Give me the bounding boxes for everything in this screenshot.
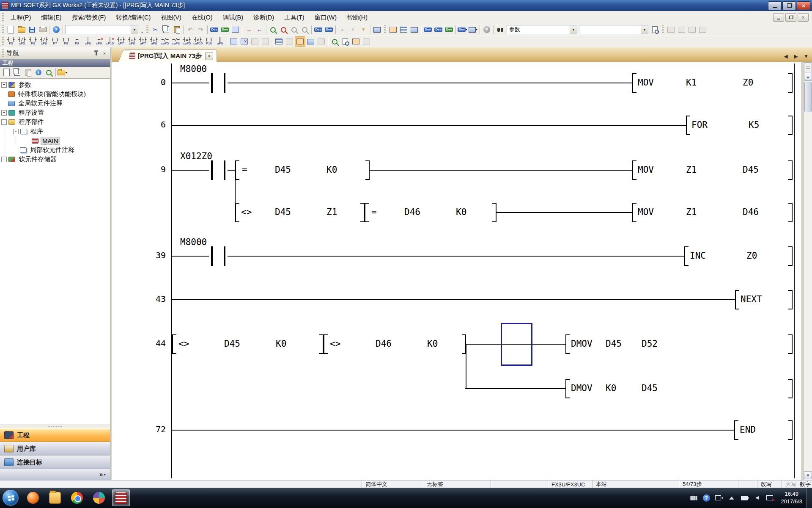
device-batch-monitor-2[interactable]: Dev (433, 25, 444, 35)
ladder-editor-canvas[interactable]: 0M8000MOVK1Z06FORK59X012Z0=D45K0MOVZ1D45… (112, 62, 801, 480)
taskbar-app-gxworks2[interactable] (112, 489, 130, 506)
ladder-symbol-sF7-button[interactable]: ┤↑├sF7 (115, 36, 126, 47)
child-minimize-button[interactable] (773, 13, 784, 22)
menu-item-3[interactable]: 转换/编译(C) (111, 12, 156, 23)
taskbar-app-browser[interactable] (24, 489, 42, 506)
paste-button[interactable] (171, 25, 182, 35)
child-close-button[interactable]: × (798, 13, 809, 22)
tree-item-parameter[interactable]: +参数 (0, 80, 110, 89)
comment-display-button[interactable] (398, 25, 409, 35)
program-verify-button[interactable] (230, 25, 241, 35)
ladder-symbol-aF8-button[interactable]: ┤↓├aF8 (148, 36, 159, 47)
undo-button[interactable]: ↶ (185, 25, 195, 35)
tree-expander-icon[interactable]: + (1, 82, 7, 88)
nav-property-button[interactable]: i (33, 67, 44, 77)
menu-item-1[interactable]: 编辑(E) (36, 12, 66, 23)
jump-down-button[interactable]: ▼ (348, 25, 358, 35)
bookmark-jump-button[interactable]: ▼ (358, 25, 369, 35)
nav-close-icon[interactable]: × (101, 50, 108, 56)
toolbar-overflow-icon[interactable]: ▾ (140, 25, 145, 34)
ladder-symbol-sF9-button[interactable]: │sF9 (82, 36, 93, 47)
menu-item-2[interactable]: 搜索/替换(F) (67, 12, 111, 23)
zoom-disabled-2[interactable] (299, 25, 310, 35)
tree-expander-icon[interactable]: - (1, 119, 7, 125)
nav-copy-button[interactable] (12, 67, 22, 77)
tab-scroll-left-icon[interactable]: ◀ (782, 53, 789, 59)
copy-button[interactable] (161, 25, 171, 35)
zoom-in-button[interactable] (268, 25, 278, 35)
find-next-button[interactable]: → (244, 25, 254, 35)
tree-item-local-device-comment[interactable]: 局部软元件注释 (0, 145, 110, 155)
tree-item-program-setting[interactable]: +程序设置 (0, 108, 110, 117)
combo-dropdown-icon[interactable]: ▼ (570, 25, 577, 34)
ladder-selection-cursor[interactable] (501, 323, 532, 366)
tray-help-icon[interactable]: ? (702, 494, 710, 502)
ladder-symbol-aF9-button[interactable]: ┃aF9 (214, 36, 225, 47)
device-find-green-button[interactable]: Dev (219, 25, 230, 35)
ladder-symbol-F5-button[interactable]: ┤ ├F5 (5, 36, 16, 47)
print-button[interactable] (37, 25, 48, 35)
menu-item-8[interactable]: 工具(T) (279, 12, 310, 23)
write-mode-toggle[interactable] (295, 36, 305, 47)
edit-mode-button[interactable] (228, 36, 239, 47)
ladder-window-button[interactable] (388, 25, 398, 35)
tab-close-icon[interactable]: × (205, 52, 213, 60)
panel-splitter-handle[interactable] (0, 425, 110, 428)
ladder-symbol-F9-button[interactable]: ─F9 (71, 36, 82, 47)
tab-list-icon[interactable]: ▼ (803, 53, 809, 59)
ladder-edit-disabled-1[interactable] (666, 25, 676, 35)
device-batch-monitor-3[interactable]: Dev (444, 25, 454, 35)
ladder-symbol-aF7-button[interactable]: ┤↑├aF7 (137, 36, 148, 47)
context-help-button[interactable]: ? (481, 25, 492, 35)
nav-tab-project[interactable]: 工程 (0, 428, 110, 442)
menu-item-6[interactable]: 调试(B) (218, 12, 248, 23)
open-project-button[interactable] (16, 25, 27, 35)
device-test-button[interactable] (409, 25, 420, 35)
find-in-document-button[interactable] (650, 25, 660, 35)
monitor-write-button[interactable] (316, 36, 326, 47)
menu-item-4[interactable]: 视图(V) (156, 12, 186, 23)
monitor-mode-button[interactable] (305, 36, 316, 47)
device-display-off-button[interactable]: Dev (324, 25, 334, 35)
find-keyword-combo[interactable]: ▼ (580, 25, 648, 34)
nav-new-data-button[interactable] (1, 67, 12, 77)
menu-item-10[interactable]: 帮助(H) (342, 12, 373, 23)
tree-item-pou[interactable]: -程序部件 (0, 117, 110, 127)
tab-main-program[interactable]: [PRG]写入 MAIN 73步 × (124, 50, 217, 62)
menu-item-7[interactable]: 诊断(D) (248, 12, 279, 23)
child-restore-button[interactable] (785, 13, 796, 22)
taskbar-app-utility[interactable] (90, 489, 108, 506)
scrollbar-thumb[interactable] (804, 82, 812, 112)
quick-access-combo[interactable]: ▼ (66, 25, 138, 34)
tree-item-main[interactable]: MAIN (0, 136, 110, 145)
sampling-trace-button[interactable]: ▾ (468, 25, 478, 35)
nav-more-button[interactable]: »▾ (0, 469, 110, 480)
edit-disabled-1[interactable] (250, 36, 260, 47)
tree-expander-icon[interactable]: + (1, 157, 7, 162)
menu-item-5[interactable]: 在线(O) (187, 12, 218, 23)
nav-refresh-button[interactable] (44, 67, 54, 77)
scroll-down-icon[interactable]: ▼ (804, 471, 812, 479)
ladder-symbol-F10-button[interactable]: { }F10 (203, 36, 214, 47)
ladder-symbol-F7-button[interactable]: ( )F7 (49, 36, 60, 47)
ladder-symbol-caF5-button[interactable]: ┤=├caF5 (181, 36, 192, 47)
menu-item-0[interactable]: 工程(P) (5, 12, 36, 23)
ladder-symbol-cF10-button[interactable]: │cF10✕ (104, 36, 115, 47)
tree-item-special-module[interactable]: 特殊模块(智能功能模块) (0, 89, 110, 99)
save-project-button[interactable] (27, 25, 37, 35)
ladder-symbol-F6-button[interactable]: ┤ ├F6 (27, 36, 38, 47)
tree-item-global-device-comment[interactable]: 全局软元件注释 (0, 99, 110, 108)
nav-paste-button[interactable] (22, 67, 33, 77)
help-button[interactable]: ? (51, 25, 61, 35)
nav-tab-user-library[interactable]: 用户库 (0, 442, 110, 456)
zoom-button[interactable] (329, 36, 340, 47)
ladder-symbol-sF8-button[interactable]: ┤↓├sF8 (126, 36, 137, 47)
note-button[interactable] (361, 36, 372, 47)
tree-item-program[interactable]: -程序 (0, 127, 110, 136)
vertical-scrollbar[interactable]: ▲ ▼ (804, 62, 812, 480)
menu-item-9[interactable]: 窗口(W) (310, 12, 342, 23)
new-project-button[interactable] (5, 25, 16, 35)
device-batch-monitor-1[interactable]: Dev (422, 25, 433, 35)
find-target-combo[interactable]: 参数▼ (507, 25, 577, 34)
redo-button[interactable]: ↷ (195, 25, 206, 35)
